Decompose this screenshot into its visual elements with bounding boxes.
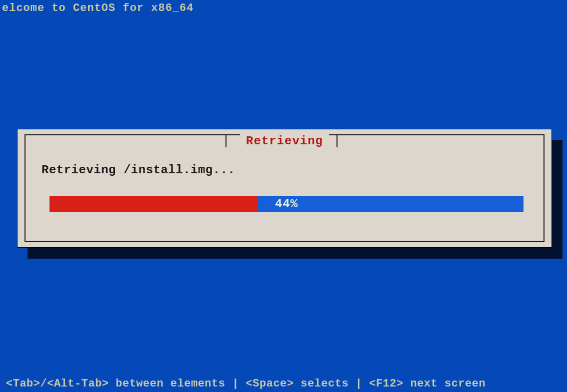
progress-fill: [50, 196, 258, 212]
progress-bar: 44%: [50, 196, 524, 212]
status-text: Retrieving /install.img...: [42, 163, 235, 177]
progress-percent-label: 44%: [275, 197, 298, 211]
retrieving-dialog: Retrieving Retrieving /install.img... 44…: [17, 129, 552, 248]
dialog-border: Retrieving: [24, 134, 544, 242]
title-bracket-left: [226, 135, 226, 147]
title-bracket-right: [336, 135, 338, 147]
keyboard-hints: <Tab>/<Alt-Tab> between elements | <Spac…: [6, 378, 486, 390]
dialog-title: Retrieving: [240, 134, 329, 148]
welcome-header: elcome to CentOS for x86_64: [2, 2, 194, 14]
